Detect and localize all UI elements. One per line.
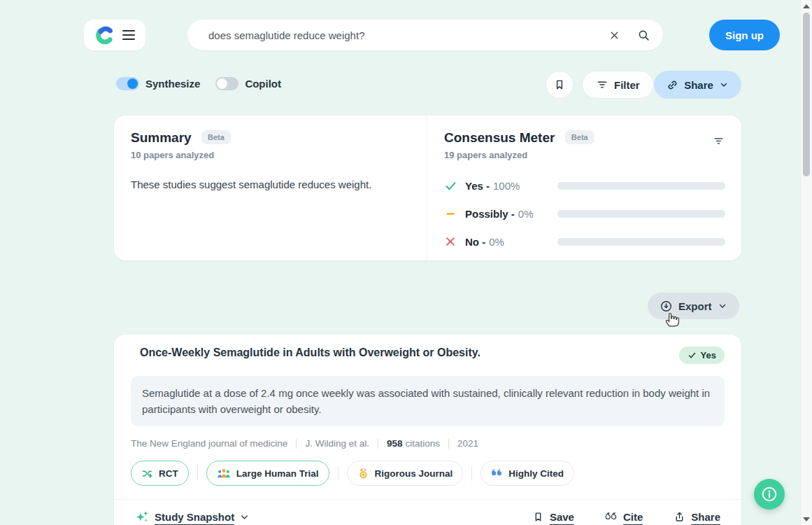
- link-icon: [667, 79, 678, 91]
- tag-label: Large Human Trial: [236, 468, 319, 479]
- paper-meta-row: The New England journal of medicine J. W…: [131, 438, 725, 449]
- share-results-button[interactable]: Share: [654, 71, 741, 99]
- medal-icon: [357, 468, 369, 479]
- save-label: Save: [550, 511, 574, 523]
- tag-label: Highly Cited: [508, 468, 564, 479]
- meter-row-possibly: Possibly - 0%: [444, 200, 725, 227]
- download-icon: [660, 300, 673, 313]
- share-label: Share: [684, 79, 713, 91]
- paper-tags-row: RCT Large Human Trial Rigorous Journal: [131, 461, 725, 486]
- meter-bar-yes: [557, 182, 725, 190]
- meter-filter-button[interactable]: [713, 135, 725, 149]
- people-icon: [217, 468, 231, 479]
- study-snapshot-button[interactable]: Study Snapshot: [131, 509, 254, 525]
- bookmark-icon: [532, 511, 544, 523]
- paper-result-card: Once-Weekly Semaglutide in Adults with O…: [114, 335, 741, 525]
- meter-pct: 0%: [518, 208, 534, 220]
- tag-divider: [197, 465, 198, 481]
- summary-papers-analyzed: 10 papers analyzed: [131, 150, 410, 160]
- scrollbar-thumb[interactable]: [803, 13, 810, 176]
- cite-label: Cite: [623, 511, 643, 523]
- tag-label: Rigorous Journal: [375, 468, 453, 479]
- search-bar: [187, 20, 663, 50]
- paper-title-link[interactable]: Once-Weekly Semaglutide in Adults with O…: [140, 346, 480, 359]
- consensus-logo-icon[interactable]: [94, 25, 115, 46]
- study-snapshot-label: Study Snapshot: [155, 511, 234, 523]
- filter-label: Filter: [614, 79, 640, 91]
- filter-icon: [596, 78, 608, 91]
- filter-lines-icon: [713, 135, 725, 147]
- synthesize-toggle[interactable]: [116, 77, 139, 90]
- mode-toggles: Synthesize Copilot: [116, 77, 297, 90]
- clear-search-icon[interactable]: [608, 29, 620, 41]
- meter-row-no: No - 0%: [444, 227, 725, 255]
- consensus-results-page: Sign up Synthesize Copilot Filter Share …: [0, 0, 812, 525]
- cite-quotes-icon: [605, 512, 618, 522]
- tag-label: RCT: [159, 468, 178, 479]
- meter-row-yes: Yes - 100%: [444, 172, 725, 200]
- share-upload-icon: [674, 511, 685, 523]
- summary-body-text: These studies suggest semaglutide reduce…: [131, 178, 410, 190]
- tag-divider: [471, 465, 472, 481]
- share-paper-button[interactable]: Share: [669, 510, 725, 524]
- chevron-down-icon: [718, 301, 727, 311]
- tag-divider: [338, 465, 339, 481]
- bookmark-icon: [553, 78, 566, 91]
- meter-pct: 100%: [493, 180, 520, 192]
- bookmark-button[interactable]: [546, 71, 574, 99]
- check-icon: [444, 179, 465, 192]
- dash-icon: [444, 207, 465, 220]
- tag-rct[interactable]: RCT: [131, 461, 189, 486]
- summary-section: Summary Beta 10 papers analyzed These st…: [114, 115, 427, 260]
- consensus-meter-beta-badge: Beta: [565, 130, 594, 144]
- consensus-meter-title: Consensus Meter: [444, 130, 555, 145]
- meter-bar-possibly: [557, 210, 725, 218]
- tag-rigorous-journal[interactable]: Rigorous Journal: [347, 461, 464, 486]
- shuffle-icon: [141, 468, 153, 479]
- answer-badge: Yes: [679, 346, 725, 364]
- summary-consensus-card: Summary Beta 10 papers analyzed These st…: [114, 115, 741, 260]
- scrollbar-up-arrow[interactable]: [803, 4, 810, 8]
- info-icon: [760, 485, 778, 503]
- meter-label: Possibly -: [465, 208, 515, 220]
- meta-divider: [448, 439, 449, 449]
- help-fab-button[interactable]: [754, 479, 785, 510]
- tag-highly-cited[interactable]: Highly Cited: [480, 461, 574, 486]
- meter-label: Yes -: [465, 180, 490, 192]
- logo-menu-box[interactable]: [84, 20, 145, 50]
- meta-divider: [296, 439, 297, 449]
- authors[interactable]: J. Wilding et al.: [305, 438, 369, 449]
- hamburger-menu-icon[interactable]: [122, 30, 135, 40]
- chevron-down-icon: [239, 512, 250, 522]
- quote-icon: [491, 468, 503, 478]
- meta-divider: [378, 439, 378, 449]
- export-button[interactable]: Export: [648, 293, 739, 319]
- check-icon: [688, 351, 697, 360]
- summary-title: Summary: [131, 130, 192, 145]
- consensus-meter-section: Consensus Meter Beta 19 papers analyzed …: [427, 115, 741, 260]
- sparkles-icon: [135, 510, 150, 524]
- tag-large-human-trial[interactable]: Large Human Trial: [206, 461, 329, 486]
- sign-up-button[interactable]: Sign up: [709, 20, 780, 50]
- meter-label: No -: [465, 236, 485, 248]
- save-button[interactable]: Save: [528, 510, 578, 524]
- copilot-toggle[interactable]: [215, 77, 238, 90]
- consensus-meter-papers-analyzed: 19 papers analyzed: [444, 150, 725, 160]
- filter-button[interactable]: Filter: [582, 71, 654, 99]
- chevron-down-icon: [719, 80, 729, 90]
- search-input[interactable]: [207, 29, 608, 42]
- export-label: Export: [678, 300, 712, 312]
- synthesize-label: Synthesize: [145, 78, 200, 90]
- share-paper-label: Share: [691, 511, 720, 523]
- citations-count: 958: [387, 438, 403, 449]
- cross-icon: [444, 235, 465, 248]
- publication-year: 2021: [457, 438, 478, 449]
- copilot-label: Copilot: [245, 78, 281, 90]
- cite-button[interactable]: Cite: [601, 510, 647, 524]
- paper-snippet: Semaglutide at a dose of 2.4 mg once wee…: [131, 376, 725, 426]
- scrollbar[interactable]: [800, 0, 812, 525]
- summary-beta-badge: Beta: [201, 130, 231, 144]
- journal-name[interactable]: The New England journal of medicine: [131, 438, 287, 449]
- search-icon[interactable]: [637, 29, 650, 42]
- scrollbar-down-arrow[interactable]: [803, 517, 810, 522]
